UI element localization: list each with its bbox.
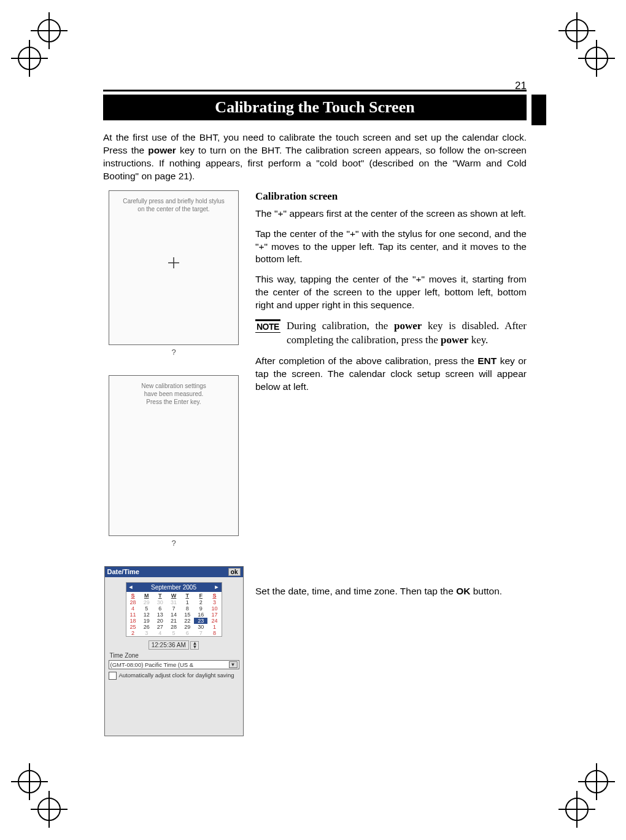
- ok-button[interactable]: ok: [228, 568, 241, 576]
- body-paragraph: After completion of the above calibratio…: [255, 355, 527, 394]
- calendar-cell[interactable]: 10: [207, 605, 221, 612]
- daylight-checkbox-label: Automatically adjust clock for daylight …: [119, 672, 234, 679]
- calendar-dow: W: [167, 592, 180, 599]
- calendar-cell[interactable]: 14: [167, 612, 180, 618]
- calendar-cell[interactable]: 5: [140, 605, 153, 612]
- note-icon: NOTE: [255, 319, 280, 333]
- calendar-cell[interactable]: 1: [207, 624, 221, 630]
- crosshair-icon: [167, 256, 180, 273]
- screenshot-caption: ?: [103, 348, 244, 357]
- calendar-cell[interactable]: 30: [194, 624, 207, 630]
- calendar-cell[interactable]: 1: [180, 599, 194, 605]
- calendar-dow: F: [194, 592, 207, 599]
- calendar-cell[interactable]: 4: [126, 605, 140, 612]
- calendar-cell[interactable]: 30: [153, 599, 167, 605]
- calendar-cell[interactable]: 4: [153, 630, 167, 636]
- crop-mark-icon: [578, 763, 615, 800]
- calendar-dow: S: [207, 592, 221, 599]
- crop-mark-icon: [578, 40, 615, 77]
- calendar-dow: T: [180, 592, 194, 599]
- calendar-month-label: September 2005: [151, 584, 196, 591]
- datetime-screenshot: Date/Time ok ◄ September 2005 ► SMTWTFS2…: [104, 566, 244, 736]
- calendar-cell[interactable]: 25: [126, 624, 140, 630]
- calendar-cell[interactable]: 23: [194, 618, 207, 624]
- calibration-heading: Calibration screen: [255, 190, 527, 203]
- calendar-cell[interactable]: 11: [126, 612, 140, 618]
- timezone-select[interactable]: (GMT-08:00) Pacific Time (US & ▼: [109, 660, 239, 669]
- next-month-icon[interactable]: ►: [212, 584, 222, 590]
- body-paragraph: The "+" appears first at the center of t…: [255, 208, 527, 220]
- calendar-cell[interactable]: 3: [207, 599, 221, 605]
- calendar-cell[interactable]: 2: [194, 599, 207, 605]
- calendar-grid[interactable]: SMTWTFS282930311234567891011121314151617…: [126, 592, 222, 636]
- calendar-cell[interactable]: 27: [153, 624, 167, 630]
- calendar-cell[interactable]: 29: [180, 624, 194, 630]
- crop-mark-icon: [11, 763, 48, 800]
- calendar-cell[interactable]: 2: [126, 630, 140, 636]
- calendar-cell[interactable]: 18: [126, 618, 140, 624]
- screenshot-text: on the center of the target.: [137, 206, 209, 212]
- calendar-dow: M: [140, 592, 153, 599]
- screenshot-text: New calibration settings: [141, 383, 206, 389]
- calendar-cell[interactable]: 16: [194, 612, 207, 618]
- timezone-label: Time Zone: [110, 652, 239, 659]
- calendar-cell[interactable]: 8: [207, 630, 221, 636]
- calendar-cell[interactable]: 24: [207, 618, 221, 624]
- calendar-cell[interactable]: 6: [153, 605, 167, 612]
- calendar-cell[interactable]: 5: [167, 630, 180, 636]
- time-input[interactable]: 12:25:36 AM: [149, 640, 189, 650]
- calendar-cell[interactable]: 28: [167, 624, 180, 630]
- calendar-cell[interactable]: 21: [167, 618, 180, 624]
- body-paragraph: Tap the center of the "+" with the stylu…: [255, 228, 527, 266]
- note-text: During calibration, the power key is dis…: [287, 319, 527, 348]
- calendar-cell[interactable]: 26: [140, 624, 153, 630]
- calendar-cell[interactable]: 20: [153, 618, 167, 624]
- time-spinner[interactable]: ▲▼: [190, 641, 199, 650]
- calendar-cell[interactable]: 8: [180, 605, 194, 612]
- section-title: Calibrating the Touch Screen: [103, 95, 527, 120]
- body-paragraph: Set the date, time, and time zone. Then …: [255, 585, 527, 598]
- calendar-cell[interactable]: 9: [194, 605, 207, 612]
- calendar[interactable]: ◄ September 2005 ► SMTWTFS28293031123456…: [126, 582, 222, 637]
- daylight-checkbox[interactable]: [109, 672, 117, 680]
- calendar-cell[interactable]: 19: [140, 618, 153, 624]
- calendar-dow: S: [126, 592, 140, 599]
- calendar-cell[interactable]: 12: [140, 612, 153, 618]
- note-block: NOTE During calibration, the power key i…: [255, 319, 527, 348]
- calendar-cell[interactable]: 13: [153, 612, 167, 618]
- intro-paragraph: At the first use of the BHT, you need to…: [103, 131, 527, 183]
- calendar-cell[interactable]: 22: [180, 618, 194, 624]
- calendar-cell[interactable]: 28: [126, 599, 140, 605]
- screenshot-text: Carefully press and briefly hold stylus: [123, 198, 225, 204]
- crop-mark-icon: [11, 40, 48, 77]
- calendar-cell[interactable]: 15: [180, 612, 194, 618]
- calendar-cell[interactable]: 29: [140, 599, 153, 605]
- calendar-cell[interactable]: 7: [167, 605, 180, 612]
- dropdown-icon[interactable]: ▼: [229, 661, 238, 668]
- calendar-cell[interactable]: 6: [180, 630, 194, 636]
- screenshot-text: have been measured.: [144, 391, 204, 397]
- screenshot-text: Press the Enter key.: [146, 399, 201, 405]
- body-paragraph: This way, tapping the center of the "+" …: [255, 273, 527, 312]
- screenshot-caption: ?: [103, 539, 244, 548]
- calendar-dow: T: [153, 592, 167, 599]
- calibration-screenshot-2: New calibration settings have been measu…: [109, 375, 239, 536]
- datetime-window-title: Date/Time: [107, 568, 139, 576]
- calendar-cell[interactable]: 31: [167, 599, 180, 605]
- calendar-cell[interactable]: 7: [194, 630, 207, 636]
- calendar-cell[interactable]: 17: [207, 612, 221, 618]
- calibration-screenshot-1: Carefully press and briefly hold stylus …: [109, 190, 239, 345]
- timezone-value: (GMT-08:00) Pacific Time (US &: [110, 661, 194, 668]
- prev-month-icon[interactable]: ◄: [126, 584, 136, 590]
- calendar-cell[interactable]: 3: [140, 630, 153, 636]
